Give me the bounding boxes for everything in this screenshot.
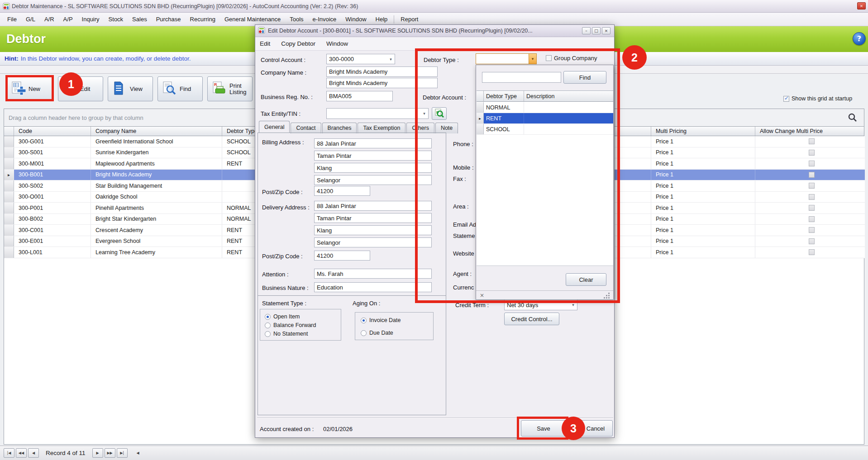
lookup-header-description[interactable]: Description (524, 91, 613, 101)
radio-icon[interactable] (361, 330, 367, 336)
credit-control-button[interactable]: Credit Control... (504, 313, 559, 325)
chevron-down-icon[interactable]: ▾ (387, 54, 395, 64)
nav-extra-icon[interactable]: ◀ (133, 448, 143, 458)
group-company-checkbox-box[interactable] (546, 55, 552, 61)
radio-icon[interactable] (265, 322, 271, 328)
radio-icon[interactable] (265, 314, 271, 320)
delivery-address-line1[interactable]: 88 Jalan Pintar (314, 201, 432, 211)
chevron-down-icon[interactable]: ▾ (420, 109, 428, 119)
header-company-name[interactable]: Company Name (91, 127, 222, 136)
radio-open-item[interactable]: Open Item (265, 313, 300, 320)
allow-change-checkbox[interactable] (809, 194, 815, 200)
nav-next-page-button[interactable]: ▶▶ (105, 448, 115, 458)
allow-change-checkbox[interactable] (809, 138, 815, 144)
nav-first-button[interactable]: |◀ (4, 448, 14, 458)
tab-others[interactable]: Others (406, 123, 434, 133)
menu-purchase[interactable]: Purchase (152, 14, 186, 25)
allow-change-checkbox[interactable] (809, 183, 815, 189)
delivery-address-line2[interactable]: Taman Pintar (314, 213, 432, 223)
nav-prev-page-button[interactable]: ◀◀ (16, 448, 27, 458)
attention-field[interactable]: Ms. Farah (314, 269, 432, 279)
group-company-checkbox[interactable]: Group Company (546, 55, 597, 62)
delivery-address-line4[interactable]: Selangor (314, 237, 432, 247)
allow-change-checkbox[interactable] (809, 150, 815, 156)
dialog-menu-window[interactable]: Window (326, 40, 348, 47)
nav-prev-button[interactable]: ◀ (28, 448, 39, 458)
radio-due-date[interactable]: Due Date (361, 330, 393, 336)
lookup-header-debtor-type[interactable]: Debtor Type (484, 91, 524, 101)
menu-stock[interactable]: Stock (104, 14, 128, 25)
dialog-minimize-button[interactable]: – (582, 27, 591, 34)
menu-inquiry[interactable]: Inquiry (77, 14, 104, 25)
show-grid-checkbox-box[interactable]: ✓ (783, 96, 789, 102)
company-name-field-2[interactable]: Bright Minds Academy (326, 78, 438, 88)
menu-tools[interactable]: Tools (285, 14, 308, 25)
delivery-postzip-field[interactable]: 41200 (314, 251, 370, 261)
dialog-titlebar[interactable]: Edit Debtor Account - [300-B001] - SL SO… (255, 25, 614, 37)
tab-tax-exemption[interactable]: Tax Exemption (358, 123, 405, 133)
header-multi-pricing[interactable]: Multi Pricing (651, 127, 755, 136)
debtor-type-combo[interactable]: ▾ (476, 53, 537, 64)
find-button[interactable]: Find (157, 76, 203, 101)
allow-change-checkbox[interactable] (809, 205, 815, 211)
delivery-address-line3[interactable]: Klang (314, 225, 432, 235)
tab-branches[interactable]: Branches (322, 123, 357, 133)
help-button[interactable]: ? (853, 32, 866, 45)
header-allow-change-multi-price[interactable]: Allow Change Multi Price (755, 127, 861, 136)
billing-address-line3[interactable]: Klang (314, 163, 432, 173)
tab-note[interactable]: Note (435, 123, 458, 133)
resize-grip-icon[interactable] (608, 293, 610, 294)
grid-search-icon[interactable] (847, 112, 858, 124)
billing-address-line1[interactable]: 88 Jalan Pintar (314, 138, 432, 148)
billing-address-line4[interactable]: Selangor (314, 175, 432, 185)
lookup-row-normal[interactable]: NORMAL (477, 102, 613, 113)
lookup-find-button[interactable]: Find (563, 71, 606, 84)
control-account-combo[interactable]: 300-0000 ▾ (326, 54, 395, 64)
menu-window[interactable]: Window (341, 14, 371, 25)
menu-sales[interactable]: Sales (128, 14, 152, 25)
nav-last-button[interactable]: ▶| (117, 448, 128, 458)
radio-icon[interactable] (265, 331, 271, 337)
allow-change-checkbox[interactable] (809, 172, 815, 178)
header-code[interactable]: Code (14, 127, 91, 136)
menu-file[interactable]: File (3, 14, 21, 25)
menu-recurring[interactable]: Recurring (186, 14, 220, 25)
menu-gl[interactable]: G/L (21, 14, 40, 25)
dialog-menu-copy-debtor[interactable]: Copy Debtor (281, 40, 315, 47)
allow-change-checkbox[interactable] (809, 161, 815, 166)
credit-term-combo[interactable]: Net 30 days ▾ (504, 299, 577, 310)
tab-general[interactable]: General (259, 121, 290, 133)
chevron-down-icon[interactable]: ▾ (529, 54, 536, 64)
radio-icon[interactable] (361, 318, 367, 323)
lookup-row-school[interactable]: SCHOOL (477, 124, 613, 135)
new-button[interactable]: New (6, 76, 54, 101)
menu-ap[interactable]: A/P (59, 14, 77, 25)
menu-help[interactable]: Help (371, 14, 392, 25)
menu-einvoice[interactable]: e-Invoice (308, 14, 341, 25)
show-grid-checkbox[interactable]: ✓ Show this grid at startup (783, 95, 852, 102)
company-name-field-1[interactable]: Bright Minds Academy (326, 66, 438, 77)
save-button[interactable]: Save (521, 420, 566, 436)
chevron-down-icon[interactable]: ▾ (569, 300, 577, 310)
radio-balance-forward[interactable]: Balance Forward (265, 322, 316, 328)
tab-contact[interactable]: Contact (291, 123, 321, 133)
allow-change-checkbox[interactable] (809, 249, 815, 255)
lookup-search-input[interactable] (482, 72, 561, 83)
dialog-menu-edit[interactable]: Edit (260, 40, 270, 47)
allow-change-checkbox[interactable] (809, 216, 815, 222)
billing-postzip-field[interactable]: 41200 (314, 186, 370, 196)
radio-no-statement[interactable]: No Statement (265, 331, 308, 337)
menu-report[interactable]: Report (396, 14, 423, 25)
tax-entity-lookup-button[interactable]: D (432, 107, 447, 120)
lookup-clear-button[interactable]: Clear (566, 273, 606, 286)
nav-next-button[interactable]: ▶ (92, 448, 103, 458)
menu-general-maintenance[interactable]: General Maintenance (220, 14, 285, 25)
business-reg-field[interactable]: BMA005 (326, 91, 393, 101)
main-titlebar[interactable]: Debtor Maintenance - SL SOFTWARE SOLUTIO… (0, 0, 868, 13)
business-nature-field[interactable]: Education (314, 282, 432, 292)
tax-entity-combo[interactable]: ▾ (326, 108, 429, 119)
dialog-close-button[interactable]: × (602, 27, 610, 34)
main-close-button[interactable]: × (857, 2, 866, 9)
panel-close-icon[interactable]: × (480, 292, 484, 299)
print-listing-button[interactable]: R Print Listing (207, 76, 253, 101)
